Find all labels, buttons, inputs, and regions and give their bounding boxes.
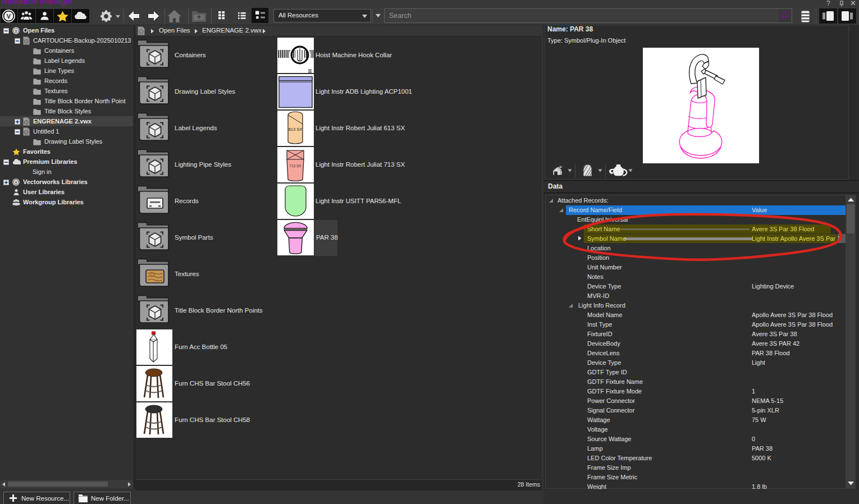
svg-text:713 SX: 713 SX: [289, 164, 301, 168]
svg-text:V: V: [15, 29, 17, 33]
svg-text:V: V: [15, 181, 17, 184]
svg-text:613 SX: 613 SX: [289, 127, 303, 132]
svg-text:V: V: [7, 13, 11, 20]
